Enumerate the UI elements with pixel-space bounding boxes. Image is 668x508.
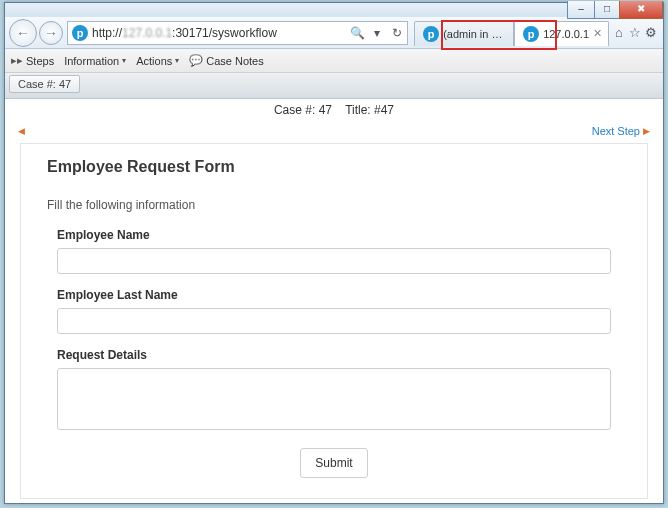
- close-button[interactable]: ✖: [619, 1, 663, 19]
- submit-button[interactable]: Submit: [300, 448, 367, 478]
- tab-favicon: p: [423, 26, 439, 42]
- form-hint: Fill the following information: [47, 198, 621, 212]
- back-button[interactable]: ←: [9, 19, 37, 47]
- employee-lastname-input[interactable]: [57, 308, 611, 334]
- case-badge[interactable]: Case #: 47: [9, 75, 80, 93]
- maximize-button[interactable]: □: [594, 1, 620, 19]
- tab-label: (admin in wo...: [443, 28, 507, 40]
- steps-icon: ▸▸: [11, 54, 23, 67]
- tab-strip: p (admin in wo... p 127.0.0.1 ✕: [414, 20, 609, 46]
- employee-name-input[interactable]: [57, 248, 611, 274]
- search-icon[interactable]: 🔍: [347, 26, 367, 40]
- home-icon[interactable]: ⌂: [612, 26, 626, 40]
- tab-favicon: p: [523, 26, 539, 42]
- browser-window: – □ ✖ ← → p http://127.0.0.1:30171/syswo…: [4, 2, 664, 504]
- comment-icon: 💬: [189, 54, 203, 67]
- dropdown-icon[interactable]: ▾: [367, 26, 387, 40]
- next-step-link[interactable]: Next Step ▶: [592, 125, 650, 137]
- minimize-button[interactable]: –: [567, 1, 595, 19]
- case-header: Case #: 47 Title: #47: [6, 99, 662, 121]
- browser-tab-2[interactable]: p 127.0.0.1 ✕: [514, 21, 609, 46]
- steps-menu[interactable]: ▸▸ Steps: [11, 54, 54, 67]
- site-favicon: p: [72, 25, 88, 41]
- actions-menu[interactable]: Actions ▾: [136, 55, 179, 67]
- tab-label: 127.0.0.1: [543, 28, 589, 40]
- triangle-right-icon: ▶: [643, 126, 650, 136]
- employee-lastname-label: Employee Last Name: [57, 288, 611, 302]
- information-menu[interactable]: Information ▾: [64, 55, 126, 67]
- request-details-label: Request Details: [57, 348, 611, 362]
- case-notes-label: Case Notes: [206, 55, 263, 67]
- step-nav: ◀ Next Step ▶: [6, 121, 662, 141]
- actions-label: Actions: [136, 55, 172, 67]
- next-step-label: Next Step: [592, 125, 640, 137]
- chevron-down-icon: ▾: [175, 56, 179, 65]
- form-card: Employee Request Form Fill the following…: [20, 143, 648, 499]
- page-content: Case #: 47 Title: #47 ◀ Next Step ▶ Empl…: [6, 99, 662, 502]
- browser-tab-1[interactable]: p (admin in wo...: [414, 21, 514, 46]
- information-label: Information: [64, 55, 119, 67]
- favorites-icon[interactable]: ☆: [628, 26, 642, 40]
- request-details-input[interactable]: [57, 368, 611, 430]
- forward-button[interactable]: →: [39, 21, 63, 45]
- case-bar: Case #: 47: [5, 73, 663, 99]
- steps-label: Steps: [26, 55, 54, 67]
- tab-close-icon[interactable]: ✕: [593, 27, 602, 40]
- case-notes-button[interactable]: 💬 Case Notes: [189, 54, 263, 67]
- refresh-icon[interactable]: ↻: [387, 26, 407, 40]
- app-toolbar: ▸▸ Steps Information ▾ Actions ▾ 💬 Case …: [5, 49, 663, 73]
- command-bar: ⌂ ☆ ⚙: [611, 26, 659, 40]
- employee-name-label: Employee Name: [57, 228, 611, 242]
- form-title: Employee Request Form: [47, 158, 621, 176]
- tools-icon[interactable]: ⚙: [644, 26, 658, 40]
- chevron-down-icon: ▾: [122, 56, 126, 65]
- address-bar[interactable]: p http://127.0.0.1:30171/sysworkflow 🔍 ▾…: [67, 21, 408, 45]
- window-titlebar: – □ ✖: [5, 3, 663, 17]
- triangle-left-icon: ◀: [18, 126, 25, 136]
- prev-step-link[interactable]: ◀: [18, 125, 28, 137]
- browser-navbar: ← → p http://127.0.0.1:30171/sysworkflow…: [5, 17, 663, 49]
- url-text: http://127.0.0.1:30171/sysworkflow: [92, 26, 347, 40]
